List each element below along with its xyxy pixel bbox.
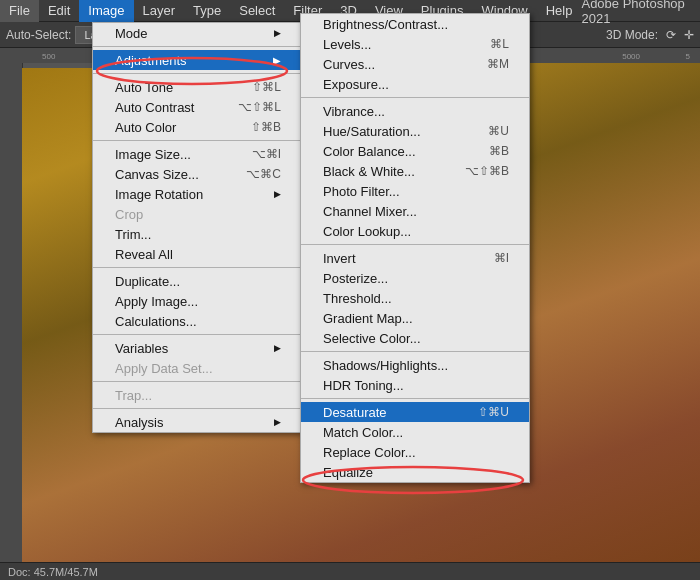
status-bar: Doc: 45.7M/45.7M [0,562,700,580]
separator-7 [93,408,301,409]
equalize-label: Equalize [323,465,373,480]
3d-rotate-icon[interactable]: ⟳ [666,28,676,42]
menu-item-duplicate[interactable]: Duplicate... [93,271,301,291]
adj-separator-2 [301,244,529,245]
apply-data-set-label: Apply Data Set... [115,361,213,376]
menu-item-color-balance[interactable]: Color Balance... ⌘B [301,141,529,161]
channel-mixer-label: Channel Mixer... [323,204,417,219]
reveal-all-label: Reveal All [115,247,173,262]
menu-item-photo-filter[interactable]: Photo Filter... [301,181,529,201]
menu-file[interactable]: File [0,0,39,22]
color-balance-label: Color Balance... [323,144,416,159]
menu-item-posterize[interactable]: Posterize... [301,268,529,288]
menu-item-channel-mixer[interactable]: Channel Mixer... [301,201,529,221]
menu-edit[interactable]: Edit [39,0,79,22]
menu-item-trap: Trap... [93,385,301,405]
menu-item-shadows-highlights[interactable]: Shadows/Highlights... [301,355,529,375]
menu-item-mode-label: Mode [115,26,148,41]
menu-type[interactable]: Type [184,0,230,22]
autoselect-label: Auto-Select: [6,28,71,42]
menu-item-black-white[interactable]: Black & White... ⌥⇧⌘B [301,161,529,181]
menu-item-color-lookup[interactable]: Color Lookup... [301,221,529,241]
canvas-size-shortcut: ⌥⌘C [246,167,281,181]
ruler-mark-500: 500 [42,52,55,61]
menu-image[interactable]: Image [79,0,133,22]
menu-item-curves[interactable]: Curves... ⌘M [301,54,529,74]
menu-item-adjustments-label: Adjustments [115,53,187,68]
auto-contrast-label: Auto Contrast [115,100,195,115]
menu-item-calculations[interactable]: Calculations... [93,311,301,331]
menu-item-mode[interactable]: Mode [93,23,301,43]
menu-select[interactable]: Select [230,0,284,22]
toolbar-right: 3D Mode: ⟳ ✛ [606,28,694,42]
separator-6 [93,381,301,382]
menu-item-image-rotation[interactable]: Image Rotation [93,184,301,204]
auto-contrast-shortcut: ⌥⇧⌘L [238,100,281,114]
menu-item-variables[interactable]: Variables [93,338,301,358]
threshold-label: Threshold... [323,291,392,306]
menu-help[interactable]: Help [537,0,582,22]
menu-item-auto-color[interactable]: Auto Color ⇧⌘B [93,117,301,137]
gradient-map-label: Gradient Map... [323,311,413,326]
variables-label: Variables [115,341,168,356]
color-lookup-label: Color Lookup... [323,224,411,239]
menu-layer[interactable]: Layer [134,0,185,22]
desaturate-label: Desaturate [323,405,387,420]
menu-item-hdr-toning[interactable]: HDR Toning... [301,375,529,395]
duplicate-label: Duplicate... [115,274,180,289]
menu-item-exposure[interactable]: Exposure... [301,74,529,94]
menu-item-equalize[interactable]: Equalize [301,462,529,482]
hue-saturation-label: Hue/Saturation... [323,124,421,139]
menu-item-replace-color[interactable]: Replace Color... [301,442,529,462]
menu-item-selective-color[interactable]: Selective Color... [301,328,529,348]
trim-label: Trim... [115,227,151,242]
levels-label: Levels... [323,37,371,52]
hdr-toning-label: HDR Toning... [323,378,404,393]
photo-filter-label: Photo Filter... [323,184,400,199]
auto-color-label: Auto Color [115,120,176,135]
3d-pan-icon[interactable]: ✛ [684,28,694,42]
menu-item-invert[interactable]: Invert ⌘I [301,248,529,268]
menu-item-auto-contrast[interactable]: Auto Contrast ⌥⇧⌘L [93,97,301,117]
ruler-corner [0,48,22,63]
menu-item-threshold[interactable]: Threshold... [301,288,529,308]
vibrance-label: Vibrance... [323,104,385,119]
menu-item-trim[interactable]: Trim... [93,224,301,244]
auto-tone-label: Auto Tone [115,80,173,95]
menu-item-desaturate[interactable]: Desaturate ⇧⌘U [301,402,529,422]
invert-shortcut: ⌘I [494,251,509,265]
menu-item-levels[interactable]: Levels... ⌘L [301,34,529,54]
black-white-label: Black & White... [323,164,415,179]
menu-item-adjustments[interactable]: Adjustments ▶ [93,50,301,70]
exposure-label: Exposure... [323,77,389,92]
auto-tone-shortcut: ⇧⌘L [252,80,281,94]
curves-shortcut: ⌘M [487,57,509,71]
menu-item-hue-saturation[interactable]: Hue/Saturation... ⌘U [301,121,529,141]
menu-item-image-size[interactable]: Image Size... ⌥⌘I [93,144,301,164]
menu-item-vibrance[interactable]: Vibrance... [301,101,529,121]
separator-5 [93,334,301,335]
menu-item-auto-tone[interactable]: Auto Tone ⇧⌘L [93,77,301,97]
brightness-contrast-label: Brightness/Contrast... [323,17,448,32]
shadows-highlights-label: Shadows/Highlights... [323,358,448,373]
app-title: Adobe Photoshop 2021 [581,0,700,26]
separator-4 [93,267,301,268]
ruler-mark-5000: 5000 [622,52,640,61]
image-rotation-label: Image Rotation [115,187,203,202]
menu-item-apply-image[interactable]: Apply Image... [93,291,301,311]
adjustments-arrow-icon: ▶ [273,55,281,66]
invert-label: Invert [323,251,356,266]
3d-mode-label: 3D Mode: [606,28,658,42]
menu-item-brightness-contrast[interactable]: Brightness/Contrast... [301,14,529,34]
auto-color-shortcut: ⇧⌘B [251,120,281,134]
status-doc-size: Doc: 45.7M/45.7M [8,566,98,578]
adj-separator-4 [301,398,529,399]
menu-item-canvas-size[interactable]: Canvas Size... ⌥⌘C [93,164,301,184]
menu-item-gradient-map[interactable]: Gradient Map... [301,308,529,328]
menu-item-reveal-all[interactable]: Reveal All [93,244,301,264]
ruler-vertical [0,48,22,580]
menu-item-analysis[interactable]: Analysis [93,412,301,432]
trap-label: Trap... [115,388,152,403]
menu-item-match-color[interactable]: Match Color... [301,422,529,442]
menu-item-apply-data-set: Apply Data Set... [93,358,301,378]
